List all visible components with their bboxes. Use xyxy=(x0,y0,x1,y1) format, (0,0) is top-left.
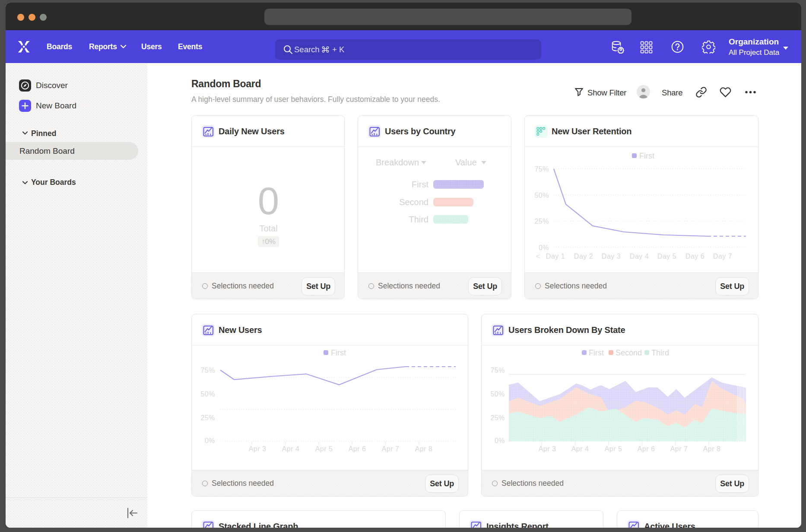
svg-text:Apr 5: Apr 5 xyxy=(605,445,622,453)
svg-text:Third: Third xyxy=(651,348,669,357)
svg-text:First: First xyxy=(331,348,346,357)
svg-text:25%: 25% xyxy=(200,414,215,421)
svg-text:0%: 0% xyxy=(495,437,505,444)
svg-text:25%: 25% xyxy=(534,218,549,225)
svg-text:75%: 75% xyxy=(200,367,215,374)
svg-text:50%: 50% xyxy=(490,390,505,398)
svg-text:Apr 6: Apr 6 xyxy=(349,445,366,453)
svg-text:75%: 75% xyxy=(534,165,549,173)
svg-text:Day 6: Day 6 xyxy=(685,253,704,260)
svg-text:Day 5: Day 5 xyxy=(657,253,676,260)
svg-text:Apr 6: Apr 6 xyxy=(638,445,655,453)
svg-text:Apr 7: Apr 7 xyxy=(382,445,400,453)
svg-text:Apr 8: Apr 8 xyxy=(703,445,721,453)
svg-text:Apr 5: Apr 5 xyxy=(315,445,333,453)
svg-text:Apr 3: Apr 3 xyxy=(249,445,267,453)
svg-text:Day 4: Day 4 xyxy=(630,253,649,260)
svg-text:Day 3: Day 3 xyxy=(602,253,621,260)
svg-text:Day 1: Day 1 xyxy=(546,253,565,260)
svg-text:Apr 3: Apr 3 xyxy=(539,445,556,453)
svg-text:Apr 4: Apr 4 xyxy=(282,445,300,453)
svg-text:50%: 50% xyxy=(200,390,215,398)
svg-text:75%: 75% xyxy=(490,367,505,374)
svg-text:First: First xyxy=(589,348,604,357)
svg-text:50%: 50% xyxy=(534,192,549,199)
svg-text:Day 2: Day 2 xyxy=(574,253,593,260)
svg-text:Second: Second xyxy=(616,348,642,357)
svg-text:0%: 0% xyxy=(205,437,215,444)
svg-text:Day 7: Day 7 xyxy=(713,253,732,260)
svg-text:Apr 4: Apr 4 xyxy=(571,445,589,453)
svg-text:25%: 25% xyxy=(490,414,505,421)
svg-text:0%: 0% xyxy=(539,244,549,251)
svg-text:<: < xyxy=(536,253,540,260)
svg-text:First: First xyxy=(639,152,654,160)
svg-text:Apr 8: Apr 8 xyxy=(415,445,433,453)
svg-text:Apr 7: Apr 7 xyxy=(670,445,688,453)
